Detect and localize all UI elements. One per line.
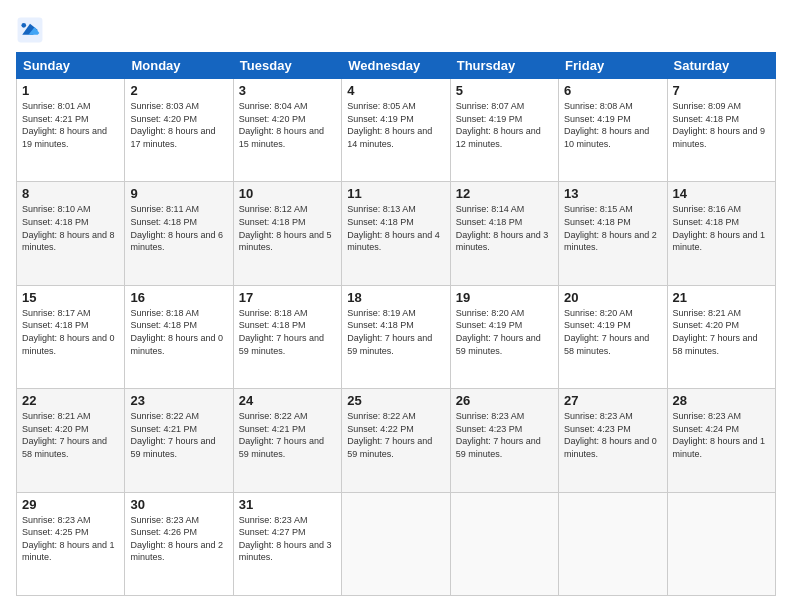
day-number: 19 — [456, 290, 553, 305]
day-cell: 26 Sunrise: 8:23 AM Sunset: 4:23 PM Dayl… — [450, 389, 558, 492]
day-number: 23 — [130, 393, 227, 408]
day-info: Sunrise: 8:23 AM Sunset: 4:26 PM Dayligh… — [130, 514, 227, 564]
weekday-header-thursday: Thursday — [450, 53, 558, 79]
day-cell: 20 Sunrise: 8:20 AM Sunset: 4:19 PM Dayl… — [559, 285, 667, 388]
day-cell: 29 Sunrise: 8:23 AM Sunset: 4:25 PM Dayl… — [17, 492, 125, 595]
weekday-header-monday: Monday — [125, 53, 233, 79]
weekday-header-wednesday: Wednesday — [342, 53, 450, 79]
day-info: Sunrise: 8:04 AM Sunset: 4:20 PM Dayligh… — [239, 100, 336, 150]
day-cell: 7 Sunrise: 8:09 AM Sunset: 4:18 PM Dayli… — [667, 79, 775, 182]
day-info: Sunrise: 8:19 AM Sunset: 4:18 PM Dayligh… — [347, 307, 444, 357]
week-row-3: 15 Sunrise: 8:17 AM Sunset: 4:18 PM Dayl… — [17, 285, 776, 388]
day-info: Sunrise: 8:15 AM Sunset: 4:18 PM Dayligh… — [564, 203, 661, 253]
day-number: 13 — [564, 186, 661, 201]
day-number: 6 — [564, 83, 661, 98]
day-cell — [450, 492, 558, 595]
day-number: 7 — [673, 83, 770, 98]
day-cell: 30 Sunrise: 8:23 AM Sunset: 4:26 PM Dayl… — [125, 492, 233, 595]
day-number: 30 — [130, 497, 227, 512]
day-info: Sunrise: 8:23 AM Sunset: 4:25 PM Dayligh… — [22, 514, 119, 564]
day-number: 26 — [456, 393, 553, 408]
day-number: 18 — [347, 290, 444, 305]
day-info: Sunrise: 8:11 AM Sunset: 4:18 PM Dayligh… — [130, 203, 227, 253]
day-number: 25 — [347, 393, 444, 408]
weekday-header-tuesday: Tuesday — [233, 53, 341, 79]
weekday-header-friday: Friday — [559, 53, 667, 79]
day-cell: 10 Sunrise: 8:12 AM Sunset: 4:18 PM Dayl… — [233, 182, 341, 285]
logo-icon — [16, 16, 44, 44]
logo — [16, 16, 48, 44]
day-cell: 28 Sunrise: 8:23 AM Sunset: 4:24 PM Dayl… — [667, 389, 775, 492]
day-info: Sunrise: 8:13 AM Sunset: 4:18 PM Dayligh… — [347, 203, 444, 253]
day-cell: 6 Sunrise: 8:08 AM Sunset: 4:19 PM Dayli… — [559, 79, 667, 182]
day-cell: 9 Sunrise: 8:11 AM Sunset: 4:18 PM Dayli… — [125, 182, 233, 285]
day-cell: 25 Sunrise: 8:22 AM Sunset: 4:22 PM Dayl… — [342, 389, 450, 492]
day-info: Sunrise: 8:23 AM Sunset: 4:27 PM Dayligh… — [239, 514, 336, 564]
day-info: Sunrise: 8:03 AM Sunset: 4:20 PM Dayligh… — [130, 100, 227, 150]
day-cell: 18 Sunrise: 8:19 AM Sunset: 4:18 PM Dayl… — [342, 285, 450, 388]
day-cell: 8 Sunrise: 8:10 AM Sunset: 4:18 PM Dayli… — [17, 182, 125, 285]
day-number: 20 — [564, 290, 661, 305]
header — [16, 16, 776, 44]
day-info: Sunrise: 8:23 AM Sunset: 4:23 PM Dayligh… — [564, 410, 661, 460]
day-cell: 22 Sunrise: 8:21 AM Sunset: 4:20 PM Dayl… — [17, 389, 125, 492]
day-info: Sunrise: 8:05 AM Sunset: 4:19 PM Dayligh… — [347, 100, 444, 150]
day-cell: 24 Sunrise: 8:22 AM Sunset: 4:21 PM Dayl… — [233, 389, 341, 492]
day-info: Sunrise: 8:18 AM Sunset: 4:18 PM Dayligh… — [130, 307, 227, 357]
day-cell: 4 Sunrise: 8:05 AM Sunset: 4:19 PM Dayli… — [342, 79, 450, 182]
page: SundayMondayTuesdayWednesdayThursdayFrid… — [0, 0, 792, 612]
day-cell: 1 Sunrise: 8:01 AM Sunset: 4:21 PM Dayli… — [17, 79, 125, 182]
week-row-4: 22 Sunrise: 8:21 AM Sunset: 4:20 PM Dayl… — [17, 389, 776, 492]
day-info: Sunrise: 8:23 AM Sunset: 4:23 PM Dayligh… — [456, 410, 553, 460]
day-info: Sunrise: 8:07 AM Sunset: 4:19 PM Dayligh… — [456, 100, 553, 150]
day-cell: 31 Sunrise: 8:23 AM Sunset: 4:27 PM Dayl… — [233, 492, 341, 595]
day-info: Sunrise: 8:20 AM Sunset: 4:19 PM Dayligh… — [456, 307, 553, 357]
day-number: 15 — [22, 290, 119, 305]
day-number: 21 — [673, 290, 770, 305]
day-cell: 17 Sunrise: 8:18 AM Sunset: 4:18 PM Dayl… — [233, 285, 341, 388]
day-number: 3 — [239, 83, 336, 98]
day-cell — [342, 492, 450, 595]
day-info: Sunrise: 8:23 AM Sunset: 4:24 PM Dayligh… — [673, 410, 770, 460]
day-info: Sunrise: 8:14 AM Sunset: 4:18 PM Dayligh… — [456, 203, 553, 253]
day-cell: 2 Sunrise: 8:03 AM Sunset: 4:20 PM Dayli… — [125, 79, 233, 182]
day-cell: 19 Sunrise: 8:20 AM Sunset: 4:19 PM Dayl… — [450, 285, 558, 388]
day-cell — [559, 492, 667, 595]
day-number: 29 — [22, 497, 119, 512]
day-cell: 21 Sunrise: 8:21 AM Sunset: 4:20 PM Dayl… — [667, 285, 775, 388]
day-info: Sunrise: 8:16 AM Sunset: 4:18 PM Dayligh… — [673, 203, 770, 253]
day-cell: 11 Sunrise: 8:13 AM Sunset: 4:18 PM Dayl… — [342, 182, 450, 285]
day-number: 1 — [22, 83, 119, 98]
day-number: 16 — [130, 290, 227, 305]
day-info: Sunrise: 8:20 AM Sunset: 4:19 PM Dayligh… — [564, 307, 661, 357]
svg-point-1 — [21, 23, 26, 28]
week-row-1: 1 Sunrise: 8:01 AM Sunset: 4:21 PM Dayli… — [17, 79, 776, 182]
day-number: 31 — [239, 497, 336, 512]
day-number: 4 — [347, 83, 444, 98]
day-number: 9 — [130, 186, 227, 201]
day-number: 22 — [22, 393, 119, 408]
day-cell: 23 Sunrise: 8:22 AM Sunset: 4:21 PM Dayl… — [125, 389, 233, 492]
day-number: 8 — [22, 186, 119, 201]
calendar-table: SundayMondayTuesdayWednesdayThursdayFrid… — [16, 52, 776, 596]
day-number: 11 — [347, 186, 444, 201]
day-number: 27 — [564, 393, 661, 408]
day-info: Sunrise: 8:12 AM Sunset: 4:18 PM Dayligh… — [239, 203, 336, 253]
day-cell — [667, 492, 775, 595]
day-number: 12 — [456, 186, 553, 201]
day-info: Sunrise: 8:21 AM Sunset: 4:20 PM Dayligh… — [22, 410, 119, 460]
day-number: 24 — [239, 393, 336, 408]
day-cell: 12 Sunrise: 8:14 AM Sunset: 4:18 PM Dayl… — [450, 182, 558, 285]
day-info: Sunrise: 8:18 AM Sunset: 4:18 PM Dayligh… — [239, 307, 336, 357]
day-info: Sunrise: 8:22 AM Sunset: 4:22 PM Dayligh… — [347, 410, 444, 460]
day-info: Sunrise: 8:08 AM Sunset: 4:19 PM Dayligh… — [564, 100, 661, 150]
day-cell: 13 Sunrise: 8:15 AM Sunset: 4:18 PM Dayl… — [559, 182, 667, 285]
day-cell: 3 Sunrise: 8:04 AM Sunset: 4:20 PM Dayli… — [233, 79, 341, 182]
day-cell: 5 Sunrise: 8:07 AM Sunset: 4:19 PM Dayli… — [450, 79, 558, 182]
day-info: Sunrise: 8:09 AM Sunset: 4:18 PM Dayligh… — [673, 100, 770, 150]
day-info: Sunrise: 8:17 AM Sunset: 4:18 PM Dayligh… — [22, 307, 119, 357]
day-number: 17 — [239, 290, 336, 305]
day-info: Sunrise: 8:21 AM Sunset: 4:20 PM Dayligh… — [673, 307, 770, 357]
weekday-header-sunday: Sunday — [17, 53, 125, 79]
day-cell: 15 Sunrise: 8:17 AM Sunset: 4:18 PM Dayl… — [17, 285, 125, 388]
